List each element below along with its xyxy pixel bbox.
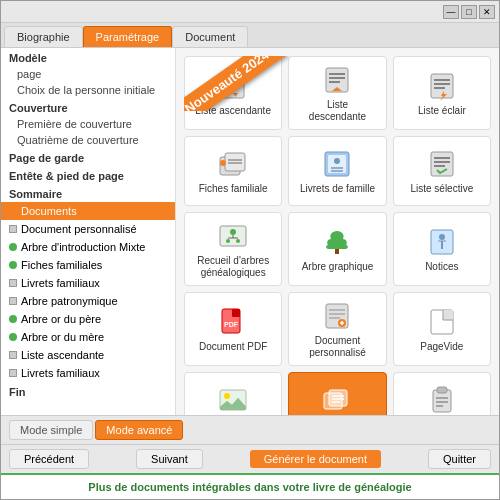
sidebar-sub-quatrieme[interactable]: Quatrième de couverture xyxy=(1,132,175,148)
doc-presse-papiers[interactable]: Presse-papiers xyxy=(393,372,491,415)
doc-livrets-famille[interactable]: Livrets de famille xyxy=(288,136,386,206)
sidebar-section-couverture: Couverture xyxy=(1,98,175,116)
doc-notices-label: Notices xyxy=(425,261,458,273)
svg-rect-35 xyxy=(335,249,339,254)
sidebar-section-entete: Entête & pied de page xyxy=(1,166,175,184)
doc-documents[interactable]: Documents xyxy=(288,372,386,415)
sidebar-item-documents[interactable]: Documents xyxy=(1,202,175,220)
sidebar-sub-fiches[interactable]: Fiches familiales xyxy=(1,256,175,274)
doc-image[interactable]: Image xyxy=(184,372,282,415)
presse-icon xyxy=(427,385,457,415)
minimize-btn[interactable]: — xyxy=(443,5,459,19)
green-dot-icon xyxy=(9,243,17,251)
doc-liste-selective[interactable]: Liste sélective xyxy=(393,136,491,206)
footer: Plus de documents intégrables dans votre… xyxy=(1,473,499,499)
page-vide-icon xyxy=(427,307,457,337)
sidebar-sub-arbre-intro[interactable]: Arbre d'introduction Mixte xyxy=(1,238,175,256)
svg-point-19 xyxy=(220,160,226,166)
mode-avance-button[interactable]: Mode avancé xyxy=(95,420,183,440)
mode-buttons: Mode simple Mode avancé xyxy=(9,420,183,440)
sidebar-sub-premiere[interactable]: Première de couverture xyxy=(1,116,175,132)
list-desc-icon xyxy=(322,65,352,95)
sidebar-sub-page[interactable]: page xyxy=(1,66,175,82)
documents-icon xyxy=(322,385,352,415)
svg-point-37 xyxy=(439,234,445,240)
doc-liste-ascendante[interactable]: Liste ascendante xyxy=(184,56,282,130)
svg-point-53 xyxy=(224,393,230,399)
sidebar-sub-livrets2[interactable]: Livrets familiaux xyxy=(1,364,175,382)
next-button[interactable]: Suivant xyxy=(136,449,203,469)
sidebar-sub-doc-perso[interactable]: Document personnalisé xyxy=(1,220,175,238)
orange-dot-icon xyxy=(9,207,17,215)
svg-point-30 xyxy=(230,229,236,235)
sidebar-sub-choix[interactable]: Choix de la personne initiale xyxy=(1,82,175,98)
svg-point-34 xyxy=(236,239,240,243)
document-grid: Liste ascendante Listedescendante xyxy=(184,56,491,415)
sidebar-sub-liste-asc[interactable]: Liste ascendante xyxy=(1,346,175,364)
sidebar-section-modele: Modèle xyxy=(1,48,175,66)
doc-page-vide-label: PageVide xyxy=(420,341,463,353)
footer-text: Plus de documents intégrables dans votre… xyxy=(88,481,411,493)
generate-button[interactable]: Générer le document xyxy=(250,450,381,468)
svg-point-33 xyxy=(226,239,230,243)
gray-sq-icon2 xyxy=(9,279,17,287)
maximize-btn[interactable]: □ xyxy=(461,5,477,19)
fiches-icon xyxy=(218,149,248,179)
quit-button[interactable]: Quitter xyxy=(428,449,491,469)
sidebar-sub-arbre-mere[interactable]: Arbre or du mère xyxy=(1,328,175,346)
list-asc-icon xyxy=(218,71,248,101)
svg-text:PDF: PDF xyxy=(224,321,239,328)
doc-pdf[interactable]: PDF Document PDF xyxy=(184,292,282,366)
gray-sq-icon4 xyxy=(9,351,17,359)
doc-liste-ascendante-label: Liste ascendante xyxy=(195,105,271,117)
sidebar-section-fin: Fin xyxy=(1,382,175,400)
svg-point-22 xyxy=(334,158,340,164)
notices-icon xyxy=(427,227,457,257)
sidebar-sub-fiches-label: Fiches familiales xyxy=(21,259,102,271)
pdf-icon: PDF xyxy=(218,307,248,337)
list-eclair-icon xyxy=(427,71,457,101)
sidebar-sub-arbre-pere[interactable]: Arbre or du père xyxy=(1,310,175,328)
close-btn[interactable]: ✕ xyxy=(479,5,495,19)
svg-rect-56 xyxy=(329,390,347,406)
tab-document[interactable]: Document xyxy=(172,26,248,47)
sidebar-sub-patro-label: Arbre patronymique xyxy=(21,295,118,307)
title-bar: — □ ✕ xyxy=(1,1,499,23)
sidebar-sub-patro[interactable]: Arbre patronymique xyxy=(1,292,175,310)
tab-parametrage[interactable]: Paramétrage xyxy=(83,26,173,47)
tab-bar: Biographie Paramétrage Document xyxy=(1,23,499,48)
doc-fiches-familiale[interactable]: Fiches familiale xyxy=(184,136,282,206)
sidebar-section-page-garde: Page de garde xyxy=(1,148,175,166)
doc-pdf-label: Document PDF xyxy=(199,341,267,353)
doc-personnalise[interactable]: Documentpersonnalisé xyxy=(288,292,386,366)
arbre-icon xyxy=(322,227,352,257)
gray-sq-icon5 xyxy=(9,369,17,377)
doc-arbre-graphique-label: Arbre graphique xyxy=(302,261,374,273)
doc-liste-descendante-label: Listedescendante xyxy=(309,99,366,123)
green-dot-icon3 xyxy=(9,315,17,323)
sidebar-sub-livrets[interactable]: Livrets familiaux xyxy=(1,274,175,292)
doc-liste-eclair[interactable]: Liste éclair xyxy=(393,56,491,130)
sidebar-item-documents-label: Documents xyxy=(21,205,77,217)
prev-button[interactable]: Précédent xyxy=(9,449,89,469)
doc-livrets-famille-label: Livrets de famille xyxy=(300,183,375,195)
doc-recueil-arbres[interactable]: Recueil d'arbresgénéalogiques xyxy=(184,212,282,286)
doc-liste-descendante[interactable]: Listedescendante xyxy=(288,56,386,130)
tab-biographie[interactable]: Biographie xyxy=(4,26,83,47)
mode-toolbar: Mode simple Mode avancé xyxy=(1,415,499,444)
main-content: Modèle page Choix de la personne initial… xyxy=(1,48,499,415)
gray-sq-icon3 xyxy=(9,297,17,305)
sidebar-section-sommaire: Sommaire xyxy=(1,184,175,202)
svg-rect-61 xyxy=(437,387,447,393)
recueil-icon xyxy=(218,221,248,251)
doc-notices[interactable]: Notices xyxy=(393,212,491,286)
doc-page-vide[interactable]: PageVide xyxy=(393,292,491,366)
doc-arbre-graphique[interactable]: Arbre graphique xyxy=(288,212,386,286)
svg-rect-51 xyxy=(443,310,453,320)
doc-personnalise-label: Documentpersonnalisé xyxy=(309,335,366,359)
right-panel: Nouveauté 2024 Liste ascendante xyxy=(176,48,499,415)
mode-simple-button[interactable]: Mode simple xyxy=(9,420,93,440)
sidebar: Modèle page Choix de la personne initial… xyxy=(1,48,176,415)
svg-rect-41 xyxy=(232,309,240,317)
livrets-icon xyxy=(322,149,352,179)
